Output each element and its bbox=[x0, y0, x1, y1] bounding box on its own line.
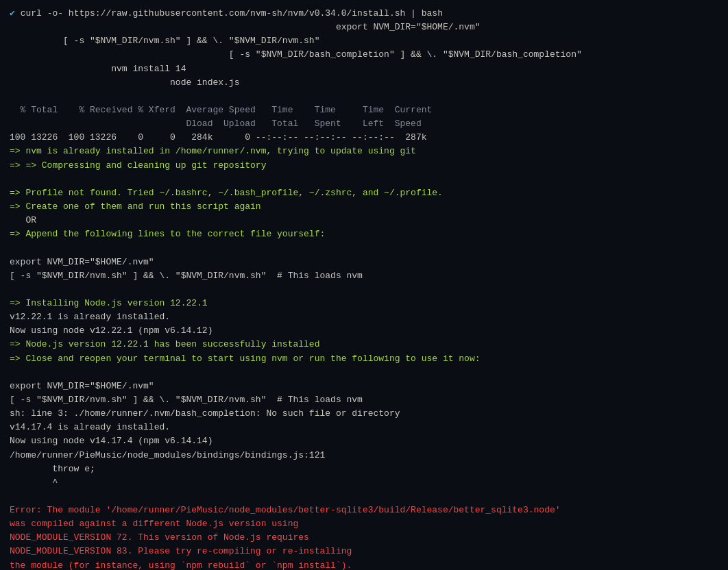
terminal-line: => => Compressing and cleaning up git re… bbox=[10, 159, 718, 173]
terminal-line: => Node.js version 12.22.1 has been succ… bbox=[10, 338, 718, 351]
terminal-line: export NVM_DIR="$HOME/.nvm" bbox=[10, 380, 718, 393]
empty-line bbox=[10, 241, 718, 255]
terminal-line: sh: line 3: ./home/runner/.nvm/bash_comp… bbox=[10, 407, 718, 421]
terminal-line: throw e; bbox=[10, 462, 718, 476]
terminal-line: ✔ curl -o- https://raw.githubusercontent… bbox=[10, 7, 718, 21]
terminal-window: ✔ curl -o- https://raw.githubusercontent… bbox=[0, 0, 728, 570]
terminal-line: export NVM_DIR="$HOME/.nvm" bbox=[10, 21, 718, 34]
terminal-line: Error: The module '/home/runner/PieMusic… bbox=[10, 504, 718, 517]
terminal-line: 100 13226 100 13226 0 0 284k 0 --:--:-- … bbox=[10, 131, 718, 145]
terminal-line: was compiled against a different Node.js… bbox=[10, 517, 718, 531]
terminal-line: [ -s "$NVM_DIR/nvm.sh" ] && \. "$NVM_DIR… bbox=[10, 34, 718, 48]
terminal-line: nvm install 14 bbox=[10, 62, 718, 76]
terminal-line: export NVM_DIR="$HOME/.nvm" bbox=[10, 256, 718, 269]
terminal-line: Now using node v12.22.1 (npm v6.14.12) bbox=[10, 324, 718, 338]
empty-line bbox=[10, 366, 718, 380]
terminal-line: OR bbox=[10, 214, 718, 227]
empty-line bbox=[10, 173, 718, 186]
terminal-line: Dload Upload Total Spent Left Speed bbox=[10, 117, 718, 131]
terminal-line: the module (for instance, using `npm reb… bbox=[10, 559, 718, 570]
terminal-line: [ -s "$NVM_DIR/nvm.sh" ] && \. "$NVM_DIR… bbox=[10, 393, 718, 407]
terminal-line: node index.js bbox=[10, 76, 718, 90]
empty-line bbox=[10, 490, 718, 504]
terminal-line: v14.17.4 is already installed. bbox=[10, 421, 718, 434]
terminal-output: ✔ curl -o- https://raw.githubusercontent… bbox=[10, 7, 718, 570]
terminal-line: => nvm is already installed in /home/run… bbox=[10, 145, 718, 158]
terminal-line: => Installing Node.js version 12.22.1 bbox=[10, 297, 718, 310]
terminal-line: NODE_MODULE_VERSION 72. This version of … bbox=[10, 531, 718, 545]
terminal-line: ^ bbox=[10, 476, 718, 490]
empty-line bbox=[10, 283, 718, 297]
terminal-line: => Close and reopen your terminal to sta… bbox=[10, 352, 718, 366]
terminal-line: v12.22.1 is already installed. bbox=[10, 310, 718, 324]
terminal-line: => Create one of them and run this scrip… bbox=[10, 200, 718, 214]
terminal-line: [ -s "$NVM_DIR/nvm.sh" ] && \. "$NVM_DIR… bbox=[10, 269, 718, 283]
terminal-line: % Total % Received % Xferd Average Speed… bbox=[10, 103, 718, 117]
terminal-line: [ -s "$NVM_DIR/bash_completion" ] && \. … bbox=[10, 48, 718, 62]
terminal-line: => Append the following lines to the cor… bbox=[10, 227, 718, 241]
terminal-line: => Profile not found. Tried ~/.bashrc, ~… bbox=[10, 186, 718, 200]
terminal-line: Now using node v14.17.4 (npm v6.14.14) bbox=[10, 434, 718, 448]
empty-line bbox=[10, 90, 718, 103]
terminal-line: NODE_MODULE_VERSION 83. Please try re-co… bbox=[10, 545, 718, 558]
terminal-line: /home/runner/PieMusic/node_modules/bindi… bbox=[10, 449, 718, 462]
